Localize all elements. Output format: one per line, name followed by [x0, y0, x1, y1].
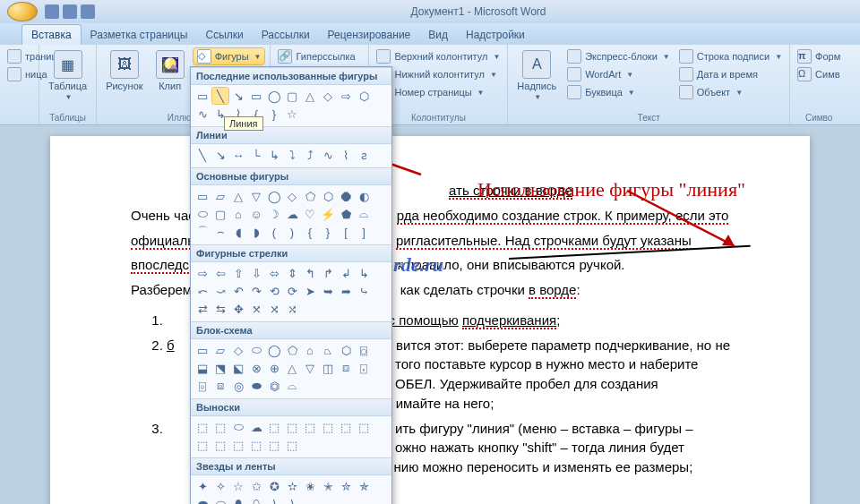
shape-elbow[interactable]: └	[248, 147, 264, 163]
shape-cell[interactable]: ↷	[248, 283, 264, 299]
shape-cell[interactable]: ⬚	[320, 419, 336, 435]
shape-cell[interactable]: ☁	[284, 206, 300, 222]
shape-cell[interactable]: ◐	[356, 188, 372, 204]
shape-cell[interactable]: ↲	[338, 265, 354, 281]
shape-cell[interactable]: ✥	[230, 301, 246, 317]
symbol-button[interactable]: ΩСимв	[796, 66, 842, 82]
shape-cell[interactable]: ◎	[230, 378, 246, 394]
shape-cell[interactable]: ⇩	[248, 265, 264, 281]
qat-save-icon[interactable]	[45, 4, 59, 19]
shape-cell[interactable]: ☽	[266, 206, 282, 222]
shape-curve-conn[interactable]: ⤵	[284, 147, 300, 163]
shape-cell[interactable]: ⬚	[338, 419, 354, 435]
shape-cell[interactable]: ⬭	[212, 496, 228, 504]
shape-cell[interactable]: [	[338, 224, 354, 240]
shape-cell[interactable]: ⌇	[266, 496, 282, 504]
office-button[interactable]	[7, 2, 38, 21]
shape-cell[interactable]: ⬭	[230, 419, 246, 435]
shape-cell[interactable]: {	[302, 224, 318, 240]
shape-cell[interactable]: ⌢	[212, 224, 228, 240]
shape-cell[interactable]: ➥	[320, 283, 336, 299]
shape-diamond[interactable]: ◇	[320, 88, 336, 104]
shape-cell[interactable]: ⇦	[212, 265, 228, 281]
shape-cell[interactable]: ▭	[194, 188, 211, 204]
shape-line[interactable]: ╲	[212, 88, 228, 104]
tab-view[interactable]: Вид	[419, 25, 457, 45]
shape-triangle[interactable]: △	[302, 88, 318, 104]
shape-cell[interactable]: ✫	[284, 478, 300, 494]
footer-button[interactable]: Нижний колонтитул▼	[374, 66, 498, 82]
shape-cell[interactable]: ✭	[320, 478, 336, 494]
shape-textbox[interactable]: ▭	[194, 88, 211, 104]
shape-cell[interactable]: ◫	[320, 360, 336, 376]
shape-cell[interactable]: }	[320, 224, 336, 240]
shape-curve2[interactable]: ∿	[320, 147, 336, 163]
shape-cell[interactable]: ⬚	[356, 419, 372, 435]
dropcap-button[interactable]: Буквица▼	[565, 84, 672, 100]
shape-cell[interactable]: ⧇	[212, 378, 228, 394]
document-area[interactable]: Использование фигуры "линия" ать строчки…	[0, 125, 860, 504]
shape-cell[interactable]: ⬡	[320, 188, 336, 204]
shape-cell[interactable]: ⬚	[212, 437, 228, 453]
shape-cell[interactable]: ◯	[266, 342, 282, 358]
shapes-dropdown[interactable]: Последние использованные фигуры ▭ ╲ ↘ ▭ …	[190, 66, 392, 504]
shape-cell[interactable]: ☆	[230, 478, 246, 494]
shape-cell[interactable]: ✯	[356, 478, 372, 494]
shape-cell[interactable]: ⏢	[320, 342, 336, 358]
qat-undo-icon[interactable]	[63, 4, 77, 19]
shape-rightarrow[interactable]: ⇨	[338, 88, 354, 104]
shape-cell[interactable]: ⤭	[284, 301, 300, 317]
shape-oval[interactable]: ◯	[266, 88, 282, 104]
shape-arrow[interactable]: ↘	[230, 88, 246, 104]
shape-cell[interactable]: ▱	[212, 342, 228, 358]
shape-cell[interactable]: ⌒	[194, 224, 211, 240]
shape-cell[interactable]: ⤧	[248, 301, 264, 317]
shape-cell[interactable]: ⬓	[194, 360, 211, 376]
shape-arrow-line[interactable]: ↘	[212, 147, 228, 163]
shape-cell[interactable]: ☁	[248, 419, 264, 435]
picture-button[interactable]: 🖼 Рисунок	[102, 48, 147, 93]
clipart-button[interactable]: 🎑 Клип	[152, 48, 188, 93]
shape-cell[interactable]: ⬭	[248, 342, 264, 358]
quick-parts-button[interactable]: Экспресс-блоки▼	[565, 48, 672, 64]
shape-roundrect[interactable]: ▢	[284, 88, 300, 104]
shape-cell[interactable]: ⬬	[248, 378, 264, 394]
shape-cell[interactable]: ⌼	[356, 342, 372, 358]
shape-hexagon[interactable]: ⬡	[356, 88, 372, 104]
shape-cell[interactable]: ⬚	[194, 419, 211, 435]
shape-cell[interactable]: ♡	[302, 206, 318, 222]
shape-cell[interactable]: ▭	[194, 342, 211, 358]
shape-cell[interactable]: ⬮	[230, 496, 246, 504]
shape-cell[interactable]: ⌓	[284, 378, 300, 394]
shape-cell[interactable]: ⬕	[230, 360, 246, 376]
shape-star[interactable]: ☆	[284, 106, 300, 122]
shape-cell[interactable]: ⬭	[194, 206, 211, 222]
shape-cell[interactable]: ⬚	[212, 419, 228, 435]
shape-cell[interactable]: ✩	[248, 478, 264, 494]
shape-cell[interactable]: ⬚	[248, 437, 264, 453]
shape-freeform2[interactable]: ⌇	[338, 147, 354, 163]
document-page[interactable]: Использование фигуры "линия" ать строчки…	[50, 136, 810, 504]
shape-cell[interactable]: ⟲	[266, 283, 282, 299]
shape-cell[interactable]: ✮	[338, 478, 354, 494]
shape-cell[interactable]: ⤺	[194, 283, 211, 299]
shape-cell[interactable]: ⇧	[230, 265, 246, 281]
shape-cell[interactable]: ⬔	[212, 360, 228, 376]
shape-cell[interactable]: ⬚	[284, 419, 300, 435]
shape-cell[interactable]: ⬚	[230, 437, 246, 453]
shape-cell[interactable]: ➦	[338, 283, 354, 299]
shape-cell[interactable]: ⚡	[320, 206, 336, 222]
shape-cell[interactable]: ⬚	[266, 419, 282, 435]
shape-cell[interactable]: ⬠	[284, 342, 300, 358]
shape-rbrace[interactable]: }	[266, 106, 282, 122]
shape-double-arrow[interactable]: ↔	[230, 147, 246, 163]
shape-cell[interactable]: ▢	[212, 206, 228, 222]
signature-line-button[interactable]: Строка подписи▼	[677, 48, 784, 64]
shape-cell[interactable]: ⯃	[338, 188, 354, 204]
shape-cell[interactable]: ⟳	[284, 283, 300, 299]
shape-elbow-arrow[interactable]: ↳	[266, 147, 282, 163]
shape-cell[interactable]: ⤨	[266, 301, 282, 317]
textbox-button[interactable]: A Надпись ▼	[513, 48, 560, 103]
shape-cell[interactable]: ⇄	[194, 301, 211, 317]
shape-cell[interactable]: ↱	[320, 265, 336, 281]
